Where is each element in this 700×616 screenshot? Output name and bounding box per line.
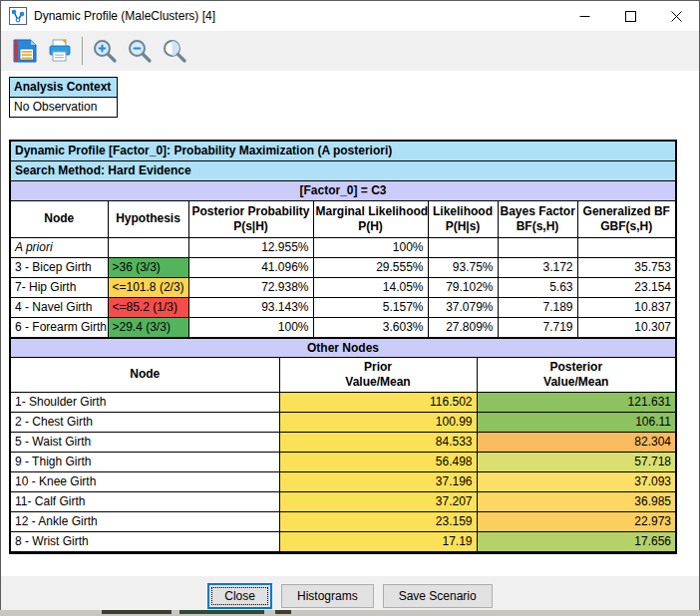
print-icon bbox=[47, 38, 73, 64]
table-row: 3 - Bicep Girth >36 (3/3) 41.096% 29.555… bbox=[11, 257, 675, 277]
node-cell: 6 - Forearm Girth bbox=[11, 317, 108, 337]
column-header-row: Node Hypothesis Posterior ProbabilityP(s… bbox=[11, 201, 675, 237]
generalized-bf-cell: 10.837 bbox=[577, 297, 675, 317]
hypothesis-cell: >29.4 (3/3) bbox=[108, 317, 188, 337]
bayes-factor-cell: 7.189 bbox=[498, 297, 577, 317]
prior-value-cell: 84.533 bbox=[279, 432, 477, 452]
maximize-button[interactable] bbox=[607, 1, 653, 31]
maximize-icon bbox=[625, 11, 636, 22]
node-cell: 2 - Chest Girth bbox=[11, 412, 279, 432]
bayes-factor-cell: 5.63 bbox=[498, 277, 577, 297]
prior-value-cell: 100.99 bbox=[279, 412, 477, 432]
likelihood-cell: 27.809% bbox=[428, 317, 498, 337]
table-row: 1- Shoulder Girth 116.502 121.631 bbox=[11, 392, 675, 412]
save-button[interactable] bbox=[10, 36, 40, 66]
posterior-probability-cell: 41.096% bbox=[188, 257, 313, 277]
node-cell: 8 - Wrist Girth bbox=[11, 531, 279, 551]
zoom-original-icon bbox=[162, 38, 188, 65]
posterior-probability-cell: 12.955% bbox=[188, 237, 313, 257]
other-nodes-table: Node PriorValue/Mean PosteriorValue/Mean… bbox=[11, 358, 675, 552]
generalized-bf-cell bbox=[577, 237, 675, 257]
zoom-out-button[interactable] bbox=[125, 36, 155, 66]
node-cell: 11- Calf Girth bbox=[11, 491, 279, 511]
histograms-button[interactable]: Histograms bbox=[281, 584, 374, 608]
background-text-fragment bbox=[179, 610, 264, 614]
minimize-icon bbox=[579, 11, 590, 22]
posterior-value-cell: 17.656 bbox=[477, 531, 675, 551]
save-scenario-button[interactable]: Save Scenario bbox=[383, 584, 493, 608]
generalized-bf-cell: 23.154 bbox=[577, 277, 675, 297]
prior-value-cell: 116.502 bbox=[279, 392, 477, 412]
marginal-likelihood-cell: 29.555% bbox=[313, 257, 428, 277]
analysis-context-value: No Observation bbox=[10, 98, 118, 118]
window-controls bbox=[561, 1, 699, 31]
node-cell: 3 - Bicep Girth bbox=[11, 257, 108, 277]
table-row: 11- Calf Girth 37.207 36.985 bbox=[11, 491, 675, 511]
marginal-likelihood-cell: 14.05% bbox=[313, 277, 428, 297]
table-row: 9 - Thigh Girth 56.498 57.718 bbox=[11, 452, 675, 471]
table-row: A priori 12.955% 100% bbox=[11, 237, 675, 257]
minimize-button[interactable] bbox=[561, 1, 607, 31]
background-window-sliver bbox=[0, 610, 700, 616]
posterior-probability-cell: 72.938% bbox=[188, 277, 313, 297]
toolbar-separator bbox=[82, 37, 83, 65]
table-row: 5 - Waist Girth 84.533 82.304 bbox=[11, 432, 675, 452]
likelihood-cell: 93.75% bbox=[428, 257, 498, 277]
prior-value-cell: 37.196 bbox=[279, 471, 477, 491]
zoom-in-button[interactable] bbox=[90, 36, 120, 66]
col-marginal-likelihood: Marginal LikelihoodP(H) bbox=[313, 201, 428, 237]
table-row: 10 - Knee Girth 37.196 37.093 bbox=[11, 471, 675, 491]
title-bar: Dynamic Profile (MaleClusters) [4] bbox=[1, 1, 699, 31]
node-cell: 5 - Waist Girth bbox=[11, 432, 279, 452]
prior-value-cell: 37.207 bbox=[279, 491, 477, 511]
node-cell: 10 - Knee Girth bbox=[11, 471, 279, 491]
col-node: Node bbox=[11, 201, 108, 237]
hypothesis-cell: <=85.2 (1/3) bbox=[108, 297, 188, 317]
posterior-value-cell: 106.11 bbox=[477, 412, 675, 432]
background-text-fragment bbox=[275, 610, 291, 614]
node-cell: 1- Shoulder Girth bbox=[11, 392, 279, 412]
col-prior-value: PriorValue/Mean bbox=[279, 358, 477, 393]
col-likelihood: LikelihoodP(H|s) bbox=[428, 201, 498, 237]
node-cell: A priori bbox=[11, 237, 108, 257]
table-row: 12 - Ankle Girth 23.159 22.973 bbox=[11, 511, 675, 531]
posterior-value-cell: 82.304 bbox=[477, 432, 675, 452]
marginal-likelihood-cell: 100% bbox=[313, 237, 428, 257]
bayes-factor-cell: 3.172 bbox=[498, 257, 577, 277]
dynamic-profile-table: Dynamic Profile [Factor_0]: Probability … bbox=[9, 140, 677, 554]
likelihood-cell bbox=[428, 237, 498, 257]
col-hypothesis: Hypothesis bbox=[108, 201, 188, 237]
background-text-fragment bbox=[102, 610, 172, 614]
search-method-band: Search Method: Hard Evidence bbox=[11, 161, 675, 181]
content-area: Analysis Context No Observation Dynamic … bbox=[1, 71, 699, 572]
hypothesis-table: Node Hypothesis Posterior ProbabilityP(s… bbox=[11, 201, 675, 338]
node-cell: 4 - Navel Girth bbox=[11, 297, 108, 317]
col-other-node: Node bbox=[11, 358, 279, 393]
close-window-button[interactable] bbox=[653, 1, 699, 31]
posterior-value-cell: 36.985 bbox=[477, 491, 675, 511]
zoom-out-icon bbox=[127, 38, 154, 65]
other-nodes-band: Other Nodes bbox=[11, 338, 675, 358]
profile-title-band: Dynamic Profile [Factor_0]: Probability … bbox=[11, 142, 675, 161]
posterior-value-cell: 57.718 bbox=[477, 452, 675, 471]
marginal-likelihood-cell: 5.157% bbox=[313, 297, 428, 317]
table-row: 8 - Wrist Girth 17.19 17.656 bbox=[11, 531, 675, 551]
prior-value-cell: 17.19 bbox=[279, 531, 477, 551]
app-network-icon bbox=[9, 7, 27, 25]
posterior-probability-cell: 100% bbox=[188, 317, 313, 337]
col-bayes-factor: Bayes FactorBF(s,H) bbox=[498, 201, 577, 237]
likelihood-cell: 37.079% bbox=[428, 297, 498, 317]
posterior-value-cell: 121.631 bbox=[477, 392, 675, 412]
generalized-bf-cell: 35.753 bbox=[577, 257, 675, 277]
generalized-bf-cell: 10.307 bbox=[577, 317, 675, 337]
print-button[interactable] bbox=[45, 36, 75, 66]
factor-state-band: [Factor_0] = C3 bbox=[11, 181, 675, 201]
node-cell: 7- Hip Girth bbox=[11, 277, 108, 297]
analysis-context-header: Analysis Context bbox=[10, 78, 118, 98]
zoom-original-button[interactable] bbox=[160, 36, 189, 66]
table-row: 6 - Forearm Girth >29.4 (3/3) 100% 3.603… bbox=[11, 317, 675, 337]
toolbar bbox=[1, 31, 699, 71]
close-icon bbox=[671, 11, 682, 22]
zoom-in-icon bbox=[92, 38, 119, 65]
close-button[interactable]: Close bbox=[207, 583, 272, 609]
